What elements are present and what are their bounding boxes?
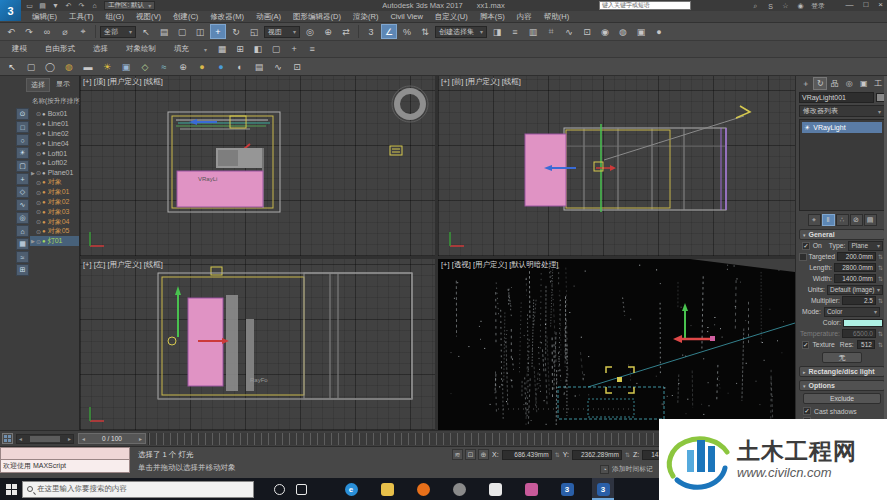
settings-app-icon[interactable] — [448, 478, 470, 500]
motion-tab-icon[interactable]: ◎ — [843, 77, 856, 90]
unlink-selection-icon[interactable]: ⌀ — [57, 24, 73, 39]
visibility-eye-icon[interactable]: ⊙ — [36, 140, 41, 147]
layer-list-icon[interactable]: ▤ — [251, 59, 267, 74]
taskbar-search-input[interactable]: 在这里输入你要搜索的内容 — [22, 481, 254, 498]
multiplier-field[interactable]: 2.5 — [842, 296, 876, 305]
3dsmax-shortcut-icon[interactable]: 3 — [556, 478, 578, 500]
visibility-eye-icon[interactable]: ⊙ — [36, 238, 41, 245]
space-warp-create-icon[interactable]: ≈ — [156, 59, 172, 74]
horizontal-scrollbar[interactable]: ◄► — [16, 434, 74, 444]
viewport-label-left[interactable]: [+] [左] [用户定义] [线框] — [83, 260, 163, 270]
hierarchy-tab-icon[interactable]: 品 — [828, 77, 841, 90]
filter-warps-icon[interactable]: ◇ — [16, 186, 29, 198]
spinner-icon[interactable]: ⇅ — [878, 341, 883, 348]
a360-icon[interactable]: S — [765, 2, 776, 11]
polygon-modeling-icon[interactable]: ▦ — [214, 42, 230, 57]
checkbox[interactable]: ✓ — [803, 407, 811, 415]
explorer-row[interactable]: ⊙ ● Loft02 — [30, 158, 79, 168]
help-search-input[interactable]: 键入关键字或短语 — [599, 1, 691, 10]
make-unique-icon[interactable]: ∴ — [836, 214, 849, 226]
sphere-primitive-icon[interactable]: ◯ — [42, 59, 58, 74]
texture-checkbox[interactable]: ✓ — [802, 341, 809, 349]
isolate-selection-icon[interactable]: ≋ — [452, 449, 463, 460]
material-editor-icon[interactable]: ◉ — [597, 24, 613, 39]
keyboard-shortcut-override-icon[interactable]: ⇄ — [338, 24, 354, 39]
remove-modifier-icon[interactable]: ⊘ — [850, 214, 863, 226]
edge-app-icon[interactable]: e — [340, 478, 362, 500]
snaps-toggle-3d-icon[interactable]: 3 — [363, 24, 379, 39]
create-tab-icon[interactable]: ＋ — [799, 77, 812, 90]
save-file-icon[interactable]: ▼ — [50, 1, 61, 10]
explorer-row[interactable]: ⊙ ● 对象02 — [30, 197, 79, 207]
file-explorer-app-icon[interactable] — [376, 478, 398, 500]
viewport-label-perspective[interactable]: [+] [透视] [用户定义] [默认明暗处理] — [441, 260, 558, 270]
viewport-layout-tab-icon[interactable] — [2, 433, 13, 444]
use-pivot-point-icon[interactable]: ◎ — [302, 24, 318, 39]
viewport-label-front[interactable]: [+] [前] [用户定义] [线框] — [441, 77, 521, 87]
type-dropdown[interactable]: Plane▾ — [848, 241, 883, 251]
layer-manager-icon[interactable]: ▥ — [525, 24, 541, 39]
spinner-icon[interactable]: ⇅ — [878, 253, 883, 260]
object-name-field[interactable]: VRayLight001 — [799, 92, 874, 103]
explorer-row[interactable]: ▶ ⊙ ● 灯01 — [30, 236, 79, 246]
select-and-link-icon[interactable]: ∞ — [39, 24, 55, 39]
explorer-row[interactable]: ⊙ ● Loft01 — [30, 148, 79, 158]
visibility-eye-icon[interactable]: ⊙ — [36, 218, 41, 225]
menu-item[interactable]: 帮助(H) — [538, 12, 575, 22]
notepad-app-icon[interactable] — [484, 478, 506, 500]
grid-tool-icon[interactable]: ⊡ — [289, 59, 305, 74]
viewport-front[interactable]: [+] [前] [用户定义] [线框] — [438, 76, 795, 256]
viewport-perspective[interactable]: [+] [透视] [用户定义] [默认明暗处理] — [438, 259, 795, 430]
curves-tool-icon[interactable]: ∿ — [270, 59, 286, 74]
favorites-icon[interactable]: ☆ — [780, 2, 791, 11]
window-crossing-icon[interactable]: ◫ — [192, 24, 208, 39]
explorer-row[interactable]: ⊙ ● Line01 — [30, 119, 79, 129]
menu-item[interactable]: 创建(C) — [167, 12, 204, 22]
render-setup-icon[interactable]: ◍ — [615, 24, 631, 39]
menu-item[interactable]: 渲染(R) — [347, 12, 384, 22]
filter-shapes-icon[interactable]: ○ — [16, 134, 29, 146]
modify-selection-icon[interactable]: ◧ — [250, 42, 266, 57]
show-end-result-icon[interactable]: Ⅱ — [822, 214, 835, 226]
modify-tab-icon[interactable]: ↻ — [813, 77, 827, 90]
explorer-row[interactable]: ⊙ ● 对象01 — [30, 187, 79, 197]
x-coordinate-field[interactable]: 686.439mm — [502, 450, 552, 460]
visibility-eye-icon[interactable]: ⊙ — [36, 120, 41, 127]
visibility-eye-icon[interactable]: ⊙ — [36, 110, 41, 117]
menu-item[interactable]: 自定义(U) — [429, 12, 474, 22]
units-dropdown[interactable]: Default (image)▾ — [827, 285, 883, 295]
3dsmax-running-icon[interactable]: 3 — [592, 478, 614, 500]
select-by-name-icon[interactable]: ▤ — [156, 24, 172, 39]
scroll-left-icon[interactable]: ◄ — [18, 436, 23, 442]
cortana-button[interactable] — [268, 478, 290, 500]
redo-quick-icon[interactable]: ↷ — [76, 1, 87, 10]
menu-item[interactable]: 编辑(E) — [26, 12, 63, 22]
open-file-icon[interactable]: ▤ — [37, 1, 48, 10]
align-icon[interactable]: ≡ — [507, 24, 523, 39]
filter-geometry-icon[interactable]: □ — [16, 121, 29, 133]
spinner-icon[interactable]: ⇅ — [878, 275, 883, 282]
general-rollout-header[interactable]: ▾ General — [799, 229, 885, 240]
task-view-button[interactable] — [290, 478, 312, 500]
curve-editor-icon[interactable]: ∿ — [561, 24, 577, 39]
angle-snap-icon[interactable]: ∠ — [381, 24, 397, 39]
scrollbar-thumb[interactable] — [30, 436, 60, 442]
menu-item[interactable]: 内容 — [511, 12, 538, 22]
select-and-scale-icon[interactable]: ◱ — [246, 24, 262, 39]
rectangular-selection-region-icon[interactable]: ▢ — [174, 24, 190, 39]
helper-create-icon[interactable]: ◇ — [137, 59, 153, 74]
targeted-checkbox[interactable] — [799, 253, 807, 261]
visibility-eye-icon[interactable]: ⊙ — [36, 189, 41, 196]
filter-bones-icon[interactable]: ∿ — [16, 199, 29, 211]
filter-cameras-icon[interactable]: ▢ — [16, 160, 29, 172]
length-field[interactable]: 2800.0mm — [834, 263, 876, 272]
camera-create-icon[interactable]: ▣ — [118, 59, 134, 74]
ribbon-tab[interactable]: 对象绘制 — [118, 43, 164, 55]
selection-lock-icon[interactable]: ⊡ — [465, 449, 476, 460]
time-slider[interactable]: ◄ 0 / 100 ► — [78, 433, 146, 444]
explorer-row[interactable]: ▶ ⊙ ● Plane01 — [30, 168, 79, 178]
start-button[interactable] — [0, 478, 22, 500]
edit-poly-icon[interactable]: ⊞ — [232, 42, 248, 57]
filter-helpers-icon[interactable]: + — [16, 173, 29, 185]
rendered-frame-window-icon[interactable]: ▣ — [633, 24, 649, 39]
